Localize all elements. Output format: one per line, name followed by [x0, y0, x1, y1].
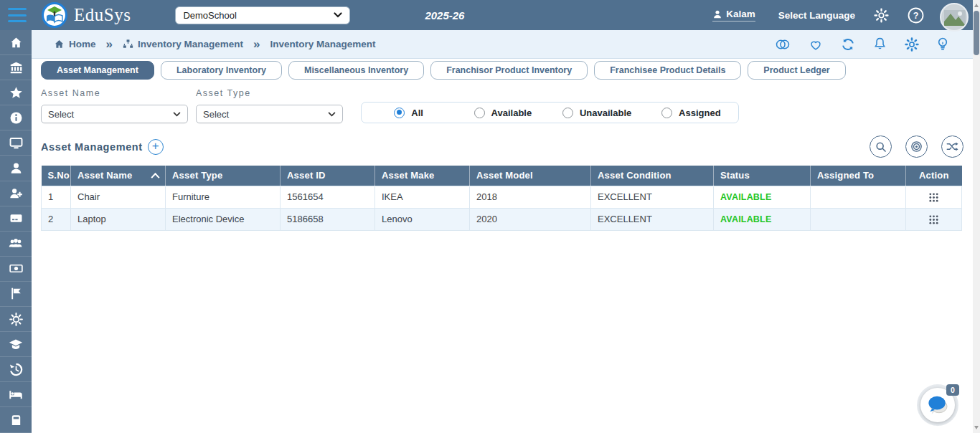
- row-actions-button[interactable]: [928, 214, 939, 225]
- col-asset-make[interactable]: Asset Make: [375, 166, 470, 186]
- settings-gear-icon[interactable]: [905, 37, 919, 52]
- col-asset-id[interactable]: Asset ID: [281, 166, 375, 186]
- chevron-down-icon: [328, 112, 336, 117]
- sidebar-item-history[interactable]: [0, 357, 32, 382]
- radio-unavailable[interactable]: Unavailable: [550, 108, 644, 118]
- radio-dot: [394, 108, 405, 118]
- sidebar-item-settings[interactable]: [0, 307, 32, 332]
- hamburger-menu-icon[interactable]: [8, 8, 27, 22]
- row-actions-button[interactable]: [928, 192, 939, 203]
- favorite-heart-icon[interactable]: [809, 38, 823, 51]
- sidebar-item-info[interactable]: [0, 105, 32, 130]
- asset-name-filter: Asset Name Select: [41, 88, 188, 123]
- school-select[interactable]: DemoSchool: [175, 6, 350, 24]
- info-icon: [9, 111, 23, 125]
- radio-available-label: Available: [491, 108, 532, 118]
- select-language[interactable]: Select Language: [778, 10, 855, 21]
- radio-all[interactable]: All: [362, 108, 456, 118]
- chevron-down-icon: [334, 12, 342, 18]
- home-icon: [54, 39, 65, 49]
- filters: Asset Name Select Asset Type Select All …: [41, 88, 973, 123]
- tab-laboratory-inventory[interactable]: Laboratory Inventory: [161, 61, 282, 80]
- tab-miscellaneous-inventory[interactable]: Miscellaneous Inventory: [288, 61, 424, 80]
- cell-asset-condition: EXCELLENT: [591, 186, 714, 208]
- scrollbar-thumb[interactable]: [974, 11, 979, 55]
- chat-unread-badge: 0: [946, 384, 959, 396]
- breadcrumb-separator: »: [106, 37, 113, 52]
- sidebar-item-groups[interactable]: [0, 232, 32, 257]
- vertical-scrollbar[interactable]: [973, 0, 980, 433]
- asset-type-label: Asset Type: [196, 88, 343, 98]
- tab-franchisee-product-details[interactable]: Franchisee Product Details: [594, 61, 741, 80]
- sidebar-item-hostel[interactable]: [0, 382, 32, 407]
- col-asset-type[interactable]: Asset Type: [166, 166, 281, 186]
- radio-assigned-label: Assigned: [679, 108, 721, 118]
- scroll-up-arrow[interactable]: [974, 4, 979, 7]
- sidebar-item-desktop[interactable]: [0, 130, 32, 156]
- asset-type-select[interactable]: Select: [196, 105, 343, 123]
- header-right: Kalam Select Language ?: [712, 0, 969, 32]
- header-settings-button[interactable]: [874, 8, 889, 23]
- cell-asset-model: 2018: [470, 186, 591, 208]
- chevron-down-icon: [173, 112, 181, 117]
- tab-asset-management[interactable]: Asset Management: [41, 61, 154, 80]
- asset-type-select-value: Select: [203, 109, 328, 120]
- sidebar-item-student[interactable]: [0, 156, 32, 181]
- scroll-down-arrow[interactable]: [974, 426, 979, 429]
- flag-icon: [9, 287, 23, 300]
- col-status[interactable]: Status: [714, 166, 811, 186]
- tab-product-ledger[interactable]: Product Ledger: [748, 61, 845, 80]
- bullseye-button[interactable]: [905, 135, 928, 158]
- sidebar-item-flag[interactable]: [0, 282, 32, 307]
- table-row: 1 Chair Furniture 1561654 IKEA 2018 EXCE…: [42, 186, 962, 208]
- asset-name-label: Asset Name: [41, 88, 188, 98]
- shuffle-button[interactable]: [941, 135, 963, 158]
- breadcrumb-section[interactable]: Inventory Management: [123, 39, 243, 49]
- col-asset-name[interactable]: Asset Name: [71, 166, 166, 186]
- sidebar-item-add-student[interactable]: [0, 181, 32, 206]
- col-assigned-to[interactable]: Assigned To: [811, 166, 906, 186]
- asset-name-select[interactable]: Select: [41, 105, 188, 123]
- toggle-icon[interactable]: [775, 38, 791, 51]
- cell-assigned-to: [811, 186, 906, 208]
- refresh-icon[interactable]: [841, 38, 855, 51]
- avatar-image: [944, 10, 966, 26]
- asset-type-filter: Asset Type Select: [196, 88, 343, 123]
- bed-icon: [9, 388, 23, 401]
- sidebar-item-finance[interactable]: [0, 257, 32, 282]
- breadcrumb-home[interactable]: Home: [54, 39, 96, 49]
- user-menu[interactable]: Kalam: [712, 9, 755, 22]
- header-help-button[interactable]: ?: [908, 7, 924, 24]
- cell-action: [906, 186, 962, 208]
- edusys-logo[interactable]: [42, 2, 67, 28]
- radio-available[interactable]: Available: [456, 108, 550, 118]
- radio-assigned[interactable]: Assigned: [644, 108, 738, 118]
- user-icon: [712, 9, 722, 19]
- tab-franchisor-product-inventory[interactable]: Franchisor Product Inventory: [430, 61, 588, 80]
- asset-name-select-value: Select: [48, 109, 173, 120]
- sidebar-item-home[interactable]: [0, 30, 32, 55]
- notification-bell-icon[interactable]: [873, 37, 887, 51]
- col-sno[interactable]: S.No: [42, 166, 71, 186]
- shuffle-icon: [946, 141, 958, 152]
- left-sidebar: [0, 30, 32, 433]
- search-button[interactable]: [870, 135, 892, 158]
- sidebar-item-payments[interactable]: [0, 206, 32, 232]
- sidebar-item-institution[interactable]: [0, 55, 32, 80]
- radio-all-label: All: [411, 108, 423, 118]
- person-add-icon: [9, 186, 23, 200]
- avatar[interactable]: [940, 3, 969, 32]
- table-header-row: S.No Asset Name Asset Type Asset ID Asse…: [42, 166, 962, 186]
- add-asset-button[interactable]: +: [148, 139, 164, 155]
- col-asset-condition[interactable]: Asset Condition: [591, 166, 714, 186]
- sidebar-item-academics[interactable]: [0, 332, 32, 357]
- cell-asset-id: 5186658: [281, 208, 375, 230]
- section-title: Asset Management: [41, 141, 143, 153]
- idea-bulb-icon[interactable]: [937, 37, 948, 52]
- breadcrumb-bar: Home » Inventory Management » Inventory …: [32, 30, 973, 59]
- radio-dot: [474, 108, 485, 118]
- sidebar-item-favorites[interactable]: [0, 80, 32, 105]
- sidebar-item-transport[interactable]: [0, 407, 32, 432]
- col-asset-model[interactable]: Asset Model: [470, 166, 591, 186]
- school-select-value: DemoSchool: [183, 10, 334, 21]
